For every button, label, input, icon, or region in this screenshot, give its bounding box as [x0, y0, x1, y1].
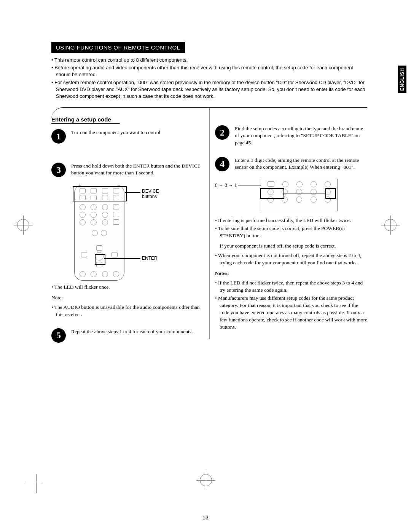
intro-bullet: Before operating audio and video compone… — [51, 64, 367, 78]
step-number-badge: 3 — [51, 163, 66, 177]
body-list: If entering is performed successfully, t… — [215, 217, 367, 240]
page-number: 13 — [0, 514, 411, 521]
body-bullet: To be sure that the setup code is correc… — [215, 225, 367, 240]
step-4: 4 Enter a 3 digit code, aiming the remot… — [215, 157, 367, 171]
notes-bullet: Manufacturers may use different setup co… — [215, 295, 367, 331]
step-5: 5 Repeat the above steps 1 to 4 for each… — [51, 328, 204, 343]
plain-line: If your component is tuned off, the setu… — [215, 243, 367, 249]
body-bullet: The AUDIO button is unavailable for the … — [51, 304, 204, 318]
step-text: Repeat the above steps 1 to 4 for each o… — [71, 328, 193, 343]
intro-bullet: For system remote control operation, "00… — [51, 79, 367, 100]
right-column: 2 Find the setup codes according to the … — [215, 115, 367, 350]
step-number-badge: 4 — [215, 157, 229, 171]
step-text: Turn on the component you want to contro… — [71, 129, 161, 144]
device-buttons-label: DEVICE buttons — [142, 189, 166, 199]
body-list: The LED will flicker once. — [51, 284, 204, 291]
notes-bullet: If the LED did not flicker twice, then r… — [215, 280, 367, 294]
body-bullet: When your component is not turned off, r… — [215, 252, 367, 267]
notes-list: If the LED did not flicker twice, then r… — [215, 280, 367, 331]
subsection-title: Entering a setup code — [51, 116, 120, 124]
step-2: 2 Find the setup codes according to the … — [215, 125, 367, 146]
step-number-badge: 5 — [51, 328, 66, 343]
body-list: The AUDIO button is unavailable for the … — [51, 304, 204, 318]
step-text: Press and hold down both the ENTER butto… — [71, 163, 204, 177]
intro-list: This remote control can control up to 8 … — [51, 57, 367, 100]
body-bullet: If entering is performed successfully, t… — [215, 217, 367, 224]
step-text: Enter a 3 digit code, aiming the remote … — [235, 157, 367, 171]
intro-bullet: This remote control can control up to 8 … — [51, 57, 367, 64]
crop-mark — [27, 482, 42, 482]
step-1: 1 Turn on the component you want to cont… — [51, 129, 204, 144]
crop-mark — [36, 474, 37, 493]
step-number-badge: 2 — [215, 125, 229, 140]
registration-mark — [200, 474, 212, 486]
step-number-badge: 1 — [51, 129, 66, 144]
step-3: 3 Press and hold down both the ENTER but… — [51, 163, 204, 177]
example-sequence-label: 0 → 0 → 1 — [215, 183, 237, 188]
remote-illustration: DEVICE buttons ENTER — [67, 185, 166, 280]
note-label: Note: — [51, 295, 204, 301]
section-header: USING FUNCTIONS OF REMOTE CONTROL — [51, 42, 185, 53]
body-bullet: The LED will flicker once. — [51, 284, 204, 291]
notes-label: Notes: — [215, 270, 367, 276]
remote-snippet-illustration: 0 → 0 → 1 — [215, 179, 356, 213]
step-text: Find the setup codes according to the ty… — [235, 125, 367, 146]
left-column: Entering a setup code 1 Turn on the comp… — [51, 115, 204, 350]
enter-label: ENTER — [142, 256, 158, 261]
body-list: When your component is not turned off, r… — [215, 252, 367, 267]
